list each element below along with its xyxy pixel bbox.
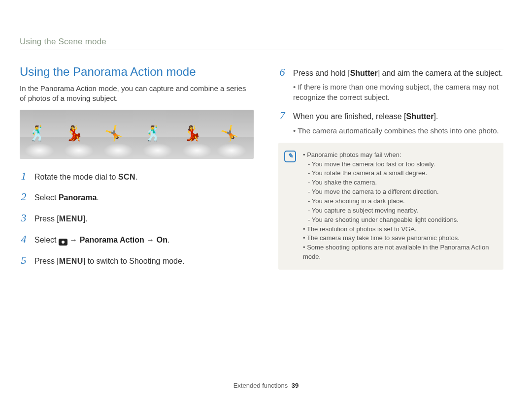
step-item: Press [MENU].: [20, 211, 254, 226]
scn-glyph: SCN: [118, 173, 135, 181]
step-text: When you are finished, release [: [293, 112, 406, 121]
step-sub-item: If there is more than one moving subject…: [293, 82, 503, 102]
step-bold: Shutter: [406, 112, 433, 121]
note-content: Panoramic photos may fail when: You move…: [303, 151, 495, 262]
step-sublist: The camera automatically combines the sh…: [293, 125, 503, 136]
section-label: Using the Scene mode: [20, 37, 503, 50]
step-sublist: If there is more than one moving subject…: [293, 82, 503, 102]
note-sub-item: You are shooting under changeable light …: [308, 216, 495, 225]
dancer-icon: 💃: [180, 115, 204, 142]
step-item: Select Panorama.: [20, 189, 254, 205]
note-sub-item: You rotate the camera at a small degree.: [308, 169, 495, 178]
page-number: 39: [292, 382, 299, 389]
note-item: Some shooting options are not available …: [303, 243, 495, 262]
page-title: Using the Panorama Action mode: [20, 65, 254, 79]
step-bold: On: [157, 236, 167, 244]
step-text: Press [: [34, 257, 59, 265]
note-sub-item: You shake the camera.: [308, 178, 495, 187]
step-sub-item: The camera automatically combines the sh…: [293, 125, 503, 136]
step-item: Select → Panorama Action → On.: [20, 232, 254, 247]
panorama-illustration: 🕺 💃 🤸 🕺 💃 🤸: [20, 110, 254, 159]
note-sub-item: You move the camera too fast or too slow…: [308, 160, 495, 169]
step-item: Press [MENU] to switch to Shooting mode.: [20, 253, 254, 268]
footer-label: Extended functions: [233, 382, 288, 389]
step-text: Press [: [34, 215, 59, 223]
note-sub-item: You are shooting in a dark place.: [308, 197, 495, 206]
note-item: Panoramic photos may fail when: You move…: [303, 151, 495, 225]
note-box: ✎ Panoramic photos may fail when: You mo…: [278, 143, 503, 270]
camera-icon: [59, 239, 67, 246]
note-sub-item: You move the camera to a different direc…: [308, 187, 495, 197]
note-item: The resolution of photos is set to VGA.: [303, 225, 495, 234]
menu-glyph: MENU: [59, 257, 83, 265]
intro-text: In the Panorama Action mode, you can cap…: [20, 84, 254, 104]
step-text: Press and hold [: [293, 69, 350, 77]
manual-page: Using the Scene mode Using the Panorama …: [0, 0, 532, 401]
step-item: When you are finished, release [Shutter]…: [278, 108, 503, 135]
step-text: Rotate the mode dial to: [34, 173, 118, 181]
steps-list-left: Rotate the mode dial to SCN. Select Pano…: [20, 169, 254, 268]
menu-glyph: MENU: [59, 215, 83, 223]
right-column: Press and hold [Shutter] and aim the cam…: [278, 65, 503, 274]
dancer-icon: 💃: [62, 115, 86, 142]
dancer-icon: 🕺: [25, 115, 49, 142]
step-bold: Shutter: [350, 69, 378, 77]
step-bold: Panorama Action: [80, 236, 144, 244]
note-sub-item: You capture a subject moving nearby.: [308, 206, 495, 216]
left-column: Using the Panorama Action mode In the Pa…: [20, 65, 254, 274]
step-item: Rotate the mode dial to SCN.: [20, 169, 254, 184]
content-columns: Using the Panorama Action mode In the Pa…: [20, 65, 503, 274]
step-text: Select: [34, 193, 59, 202]
dancer-icon: 🕺: [140, 115, 165, 142]
note-icon: ✎: [284, 151, 296, 162]
dancer-icon: 🤸: [217, 115, 241, 142]
step-bold: Panorama: [59, 193, 97, 202]
note-item: The camera may take time to save panoram…: [303, 234, 495, 243]
dancer-icon: 🤸: [101, 115, 126, 142]
step-text: Select: [34, 236, 59, 244]
step-item: Press and hold [Shutter] and aim the cam…: [278, 65, 503, 102]
page-footer: Extended functions 39: [0, 382, 532, 389]
steps-list-right: Press and hold [Shutter] and aim the cam…: [278, 65, 503, 136]
